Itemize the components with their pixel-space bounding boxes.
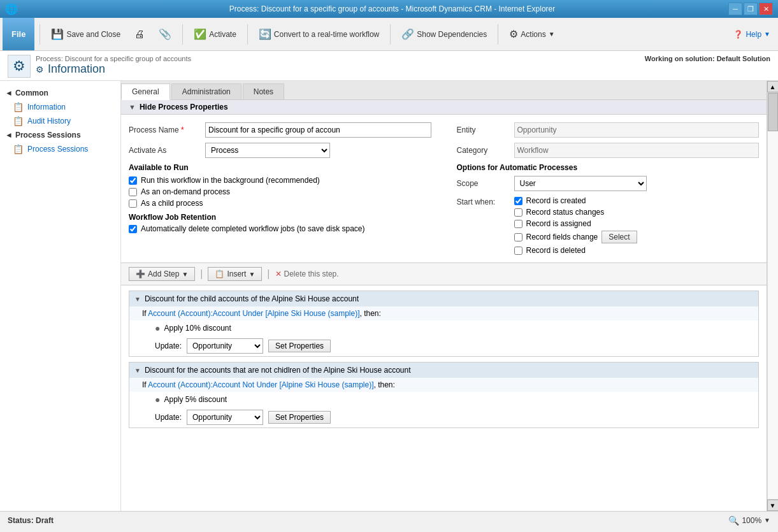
actions-button[interactable]: ⚙ Actions ▼ [503,25,560,43]
show-deps-button[interactable]: 🔗 Show Dependencies [396,25,493,43]
workflow-retention-label: Workflow Job Retention [129,213,431,222]
tabs-bar: General Administration Notes [121,81,767,100]
activate-button[interactable]: ✅ Activate [188,25,242,43]
status-text: Status: Draft [8,516,54,525]
step-2-collapse-icon[interactable]: ▼ [134,367,141,374]
zoom-icon: 🔍 [728,515,739,526]
activate-as-select-wrapper: Process [205,143,330,158]
scroll-up-button[interactable]: ▲ [767,81,779,92]
category-value [514,143,760,158]
available-to-run-label: Available to Run [129,163,431,172]
step-group-2-header: ▼ Discount for the accounts that are not… [129,363,758,378]
tab-general[interactable]: General [121,83,170,100]
sidebar-common-header[interactable]: ◄ Common [0,86,120,100]
start-record-created-row: Record is created [514,196,637,205]
checkbox-retention-row: Automatically delete completed workflow … [129,224,431,233]
sidebar-item-process-sessions[interactable]: 📋 Process Sessions [0,142,120,156]
step-group-2: ▼ Discount for the accounts that are not… [129,362,759,428]
insert-button[interactable]: 📋 Insert ▼ [208,267,262,281]
restore-button[interactable]: ❐ [744,3,758,15]
delete-step-button[interactable]: ✕ Delete this step. [275,270,339,278]
print-icon: 🖨 [134,29,145,40]
add-step-arrow: ▼ [182,271,188,278]
print-button[interactable]: 🖨 [129,25,150,43]
step-1-condition-link[interactable]: Account (Account):Account Under [Alpine … [148,309,359,318]
page-title: ⚙ Information [36,62,191,76]
steps-content: ▼ Discount for the child accounts of the… [121,285,767,438]
sidebar-item-information[interactable]: 📋 Information [0,100,120,114]
record-created-checkbox[interactable] [514,197,522,205]
help-button[interactable]: ❓ Help ▼ [728,27,775,41]
deps-icon: 🔗 [401,28,414,40]
insert-arrow: ▼ [249,271,255,278]
activate-as-select[interactable]: Process [205,143,330,158]
step-2-set-properties-button[interactable]: Set Properties [268,411,331,424]
entity-row: Entity [457,122,760,138]
step-1-update-select[interactable]: Opportunity [187,338,263,354]
section-header: ▼ Hide Process Properties [121,100,767,115]
record-deleted-checkbox[interactable] [514,247,522,255]
process-name-label: Process Name [129,126,205,134]
activate-icon: ✅ [194,28,206,40]
scope-row: Scope User [457,176,760,191]
step-1-update-select-wrapper: Opportunity [187,338,263,354]
scroll-track[interactable] [767,92,779,500]
page-icon: ⚙ [8,55,31,78]
content-area: General Administration Notes ▼ Hide Proc… [121,81,767,511]
page-header-left: ⚙ Process: Discount for a specific group… [8,55,191,78]
step-1-set-properties-button[interactable]: Set Properties [268,340,331,352]
sidebar-process-sessions-header[interactable]: ◄ Process Sessions [0,128,120,142]
child-process-checkbox[interactable] [129,199,137,208]
minimize-button[interactable]: ─ [728,3,742,15]
process-name-row: Process Name [129,122,431,138]
attach-button[interactable]: 📎 [153,25,177,43]
information-icon: 📋 [13,102,24,112]
step-1-update-label: Update: [155,341,182,350]
convert-button[interactable]: 🔄 Convert to a real-time workflow [253,25,385,43]
tab-administration[interactable]: Administration [171,83,241,99]
toolbar-separator-2 [182,24,183,45]
breadcrumb: Process: Discount for a specific group o… [36,55,191,62]
record-fields-checkbox[interactable] [514,233,522,241]
background-workflow-checkbox[interactable] [129,176,137,185]
process-sessions-icon: 📋 [13,144,24,154]
help-icon: ❓ [733,30,743,39]
save-icon: 💾 [51,28,64,40]
form-left-column: Process Name Activate As Process Availab… [129,122,431,255]
info-icon: ⚙ [36,64,44,75]
start-record-status-row: Record status changes [514,208,637,217]
section-collapse-button[interactable]: ▼ [129,103,136,111]
retention-label: Automatically delete completed workflow … [141,224,365,233]
select-fields-button[interactable]: Select [602,231,637,243]
record-status-checkbox[interactable] [514,208,522,217]
actions-arrow-icon: ▼ [549,31,555,38]
step-2-update-select[interactable]: Opportunity [187,410,263,425]
tab-notes[interactable]: Notes [243,83,284,99]
options-header: Options for Automatic Processes [457,163,760,172]
step-group-1-header: ▼ Discount for the child accounts of the… [129,291,758,306]
process-name-input[interactable] [205,122,431,138]
retention-checkbox[interactable] [129,225,137,233]
record-deleted-label: Record is deleted [526,246,586,255]
sidebar-item-audit-history[interactable]: 📋 Audit History [0,114,120,128]
working-on-solution: Working on solution: Default Solution [645,55,770,62]
file-button[interactable]: File [3,18,34,50]
scroll-down-button[interactable]: ▼ [767,500,779,511]
on-demand-label: As an on-demand process [141,187,230,196]
record-assigned-checkbox[interactable] [514,220,522,228]
on-demand-checkbox[interactable] [129,188,137,196]
step-2-condition: If Account (Account):Account Not Under [… [129,378,758,392]
close-button[interactable]: ✕ [759,3,773,15]
zoom-arrow-icon[interactable]: ▼ [764,517,770,524]
save-close-button[interactable]: 💾 Save and Close [45,25,126,43]
start-when-options: Record is created Record status changes … [514,196,637,255]
add-step-button[interactable]: ➕ Add Step ▼ [129,267,195,281]
actions-icon: ⚙ [509,28,518,40]
toolbar-separator-4 [390,24,391,45]
step-2-condition-link[interactable]: Account (Account):Account Not Under [Alp… [148,380,373,389]
scroll-thumb[interactable] [768,93,778,131]
activate-as-label: Activate As [129,146,205,155]
step-1-collapse-icon[interactable]: ▼ [134,296,141,303]
steps-separator-1: | [200,268,203,280]
scope-select[interactable]: User [514,176,647,191]
